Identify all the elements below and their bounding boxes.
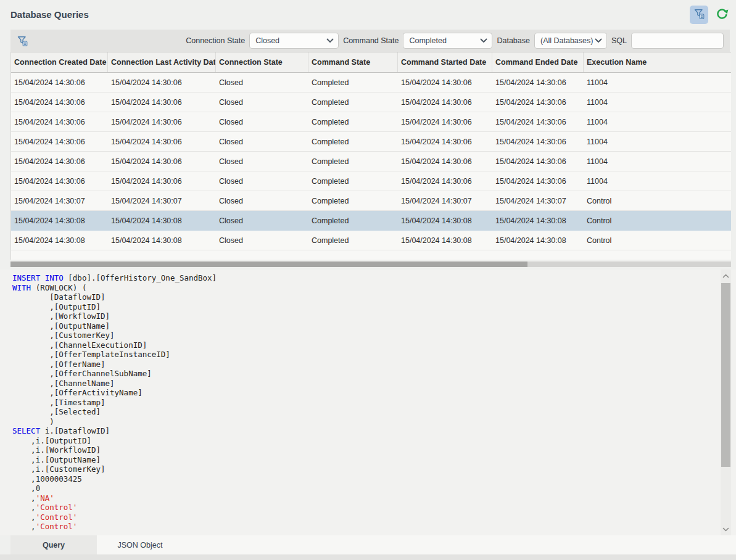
- table-cell: 15/04/2024 14:30:08: [108, 211, 216, 230]
- table-cell: 11004: [584, 171, 731, 191]
- table-cell: 15/04/2024 14:30:08: [492, 211, 584, 230]
- filter-toggle-button[interactable]: [690, 6, 708, 24]
- footer-strip: [0, 554, 736, 560]
- sql-line: ,[ChannelExecutionID]: [12, 340, 717, 350]
- title-actions: [690, 6, 730, 24]
- table-cell: Control: [584, 231, 731, 250]
- table-cell: Completed: [308, 191, 398, 210]
- table-cell: 11004: [584, 73, 731, 92]
- table-cell: Completed: [308, 132, 398, 151]
- sql-line: ,0: [12, 484, 717, 493]
- table-cell: 15/04/2024 14:30:06: [108, 112, 216, 131]
- table-cell: 15/04/2024 14:30:06: [108, 132, 216, 151]
- queries-table: Connection Created DateConnection Last A…: [10, 52, 731, 260]
- scroll-up-arrow-icon[interactable]: [721, 271, 731, 281]
- table-cell: Completed: [308, 93, 398, 112]
- table-cell: 15/04/2024 14:30:06: [398, 132, 492, 151]
- filter-bar: Connection State Closed Command State Co…: [10, 30, 730, 52]
- database-queries-window: Database Queries: [0, 0, 736, 560]
- sql-line: ,[OfferActivityName]: [12, 388, 717, 398]
- table-row[interactable]: 15/04/2024 14:30:0615/04/2024 14:30:06Cl…: [11, 171, 731, 191]
- sql-line: ,[OfferName]: [12, 360, 717, 369]
- table-row[interactable]: 15/04/2024 14:30:0815/04/2024 14:30:08Cl…: [11, 211, 731, 231]
- horizontal-scrollbar-thumb[interactable]: [10, 261, 527, 267]
- table-cell: Closed: [216, 231, 308, 250]
- table-cell: 15/04/2024 14:30:06: [492, 132, 584, 151]
- database-label: Database: [497, 36, 530, 45]
- table-cell: 11004: [584, 93, 731, 112]
- sql-line: ,[OutputID]: [12, 302, 717, 312]
- column-header[interactable]: Command State: [308, 52, 398, 72]
- table-cell: 15/04/2024 14:30:08: [492, 231, 584, 250]
- sql-line: ,i.[WorkflowID]: [12, 445, 717, 455]
- table-cell: Closed: [216, 73, 308, 92]
- sql-line: ,i.[OutputID]: [12, 436, 717, 446]
- table-header-row: Connection Created DateConnection Last A…: [11, 52, 731, 73]
- command-state-select[interactable]: Completed: [403, 33, 492, 49]
- horizontal-scrollbar[interactable]: [10, 261, 731, 267]
- filter-list-icon: [693, 8, 705, 22]
- table-row[interactable]: 15/04/2024 14:30:0615/04/2024 14:30:06Cl…: [11, 73, 731, 93]
- table-cell: Completed: [308, 211, 398, 230]
- vertical-scrollbar[interactable]: [721, 270, 731, 535]
- table-row[interactable]: 15/04/2024 14:30:0615/04/2024 14:30:06Cl…: [11, 132, 731, 152]
- table-cell: 11004: [584, 152, 731, 171]
- table-row[interactable]: 15/04/2024 14:30:0615/04/2024 14:30:06Cl…: [11, 93, 731, 112]
- connection-state-label: Connection State: [186, 36, 245, 45]
- sql-viewer-panel: INSERT INTO [dbo].[OfferHistory_One_Sand…: [0, 270, 736, 535]
- sql-line: ,'NA': [12, 493, 717, 503]
- sql-line: ,'Control': [12, 513, 717, 522]
- refresh-button[interactable]: [714, 7, 730, 23]
- sql-line: ,[OutputName]: [12, 321, 717, 331]
- table-cell: 15/04/2024 14:30:07: [492, 191, 584, 210]
- sql-line: ,[Timestamp]: [12, 398, 717, 408]
- column-header[interactable]: Command Ended Date: [492, 52, 584, 72]
- table-cell: 15/04/2024 14:30:06: [398, 171, 492, 191]
- table-cell: 15/04/2024 14:30:06: [11, 152, 108, 171]
- column-header[interactable]: Execution Name: [584, 52, 731, 72]
- database-value: (All Databases): [540, 36, 595, 45]
- column-header[interactable]: Connection State: [216, 52, 308, 72]
- table-row[interactable]: 15/04/2024 14:30:0715/04/2024 14:30:07Cl…: [11, 191, 731, 211]
- table-cell: 15/04/2024 14:30:06: [108, 171, 216, 191]
- sql-line: ): [12, 417, 717, 427]
- command-state-label: Command State: [343, 36, 399, 45]
- table-cell: Closed: [216, 152, 308, 171]
- table-cell: 15/04/2024 14:30:08: [398, 231, 492, 250]
- sql-line: ,1000003425: [12, 474, 717, 484]
- table-row[interactable]: 15/04/2024 14:30:0815/04/2024 14:30:08Cl…: [11, 231, 731, 250]
- column-header[interactable]: Connection Created Date: [11, 52, 108, 72]
- table-cell: 15/04/2024 14:30:06: [492, 152, 584, 171]
- sql-line: WITH (ROWLOCK) (: [12, 283, 717, 293]
- table-cell: 15/04/2024 14:30:06: [398, 73, 492, 92]
- table-row[interactable]: 15/04/2024 14:30:0615/04/2024 14:30:06Cl…: [11, 112, 731, 132]
- refresh-icon: [716, 7, 729, 23]
- table-cell: Completed: [308, 73, 398, 92]
- table-cell: 15/04/2024 14:30:06: [11, 132, 108, 151]
- table-cell: Completed: [308, 112, 398, 131]
- column-header[interactable]: Connection Last Activity Date: [108, 52, 216, 72]
- scroll-down-arrow-icon[interactable]: [721, 524, 731, 534]
- table-cell: Closed: [216, 93, 308, 112]
- sql-line: ,[CustomerKey]: [12, 331, 717, 340]
- table-row[interactable]: 15/04/2024 14:30:0615/04/2024 14:30:06Cl…: [11, 152, 731, 171]
- filter-list-icon: [17, 35, 28, 47]
- table-cell: Closed: [216, 211, 308, 230]
- sql-filter-input[interactable]: [631, 33, 724, 49]
- column-header[interactable]: Command Started Date: [398, 52, 492, 72]
- database-select[interactable]: (All Databases): [534, 33, 607, 49]
- table-cell: 15/04/2024 14:30:06: [492, 93, 584, 112]
- tab-query[interactable]: Query: [10, 535, 97, 554]
- table-cell: 15/04/2024 14:30:06: [11, 112, 108, 131]
- table-cell: 15/04/2024 14:30:07: [108, 191, 216, 210]
- command-state-value: Completed: [409, 36, 480, 45]
- chevron-down-icon: [326, 36, 334, 45]
- table-cell: 15/04/2024 14:30:07: [398, 191, 492, 210]
- sql-line: ,'Control': [12, 503, 717, 513]
- table-cell: 15/04/2024 14:30:06: [108, 73, 216, 92]
- tab-json-object[interactable]: JSON Object: [97, 535, 183, 554]
- table-cell: Closed: [216, 171, 308, 191]
- connection-state-select[interactable]: Closed: [249, 33, 339, 49]
- sql-code: INSERT INTO [dbo].[OfferHistory_One_Sand…: [12, 273, 717, 532]
- vertical-scrollbar-thumb[interactable]: [721, 283, 730, 467]
